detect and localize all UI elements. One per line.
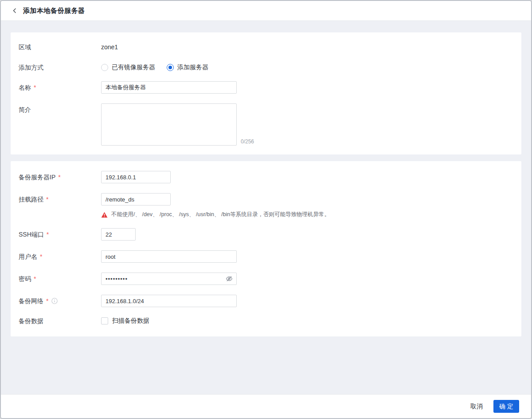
checkbox-unchecked-icon <box>101 317 108 324</box>
required-asterisk: * <box>46 297 48 305</box>
backup-data-row: 备份数据 扫描备份数据 <box>19 317 513 325</box>
backup-ip-label: 备份服务器IP* <box>19 171 101 181</box>
required-asterisk: * <box>34 83 36 91</box>
char-counter: 0/256 <box>241 138 254 146</box>
radio-unchecked-icon <box>101 64 108 71</box>
form-content: 区域 zone1 添加方式 已有镜像服务器 添加服务器 <box>1 21 531 394</box>
confirm-button[interactable]: 确 定 <box>493 400 519 413</box>
password-label: 密码* <box>19 273 101 283</box>
description-label: 简介 <box>19 103 101 114</box>
backup-network-row: 备份网络* <box>19 295 513 307</box>
server-config-card: 备份服务器IP* 挂载路径* 不能使用/、 /dev、 /proc、 /sys、… <box>11 161 521 336</box>
description-field: 0/256 <box>101 103 254 146</box>
add-mode-row: 添加方式 已有镜像服务器 添加服务器 <box>19 63 513 71</box>
chevron-left-icon <box>12 8 17 13</box>
password-field <box>101 273 237 285</box>
scan-backup-data-checkbox[interactable]: 扫描备份数据 <box>101 317 149 325</box>
name-label: 名称* <box>19 81 101 91</box>
add-mode-radio-group: 已有镜像服务器 添加服务器 <box>101 63 208 71</box>
mount-path-label: 挂载路径* <box>19 193 101 203</box>
username-input[interactable] <box>101 250 237 263</box>
backup-network-input[interactable] <box>101 295 237 307</box>
name-input[interactable] <box>101 81 237 94</box>
zone-value: zone1 <box>101 43 118 51</box>
backup-ip-input[interactable] <box>101 171 171 183</box>
required-asterisk: * <box>46 195 48 203</box>
password-input[interactable] <box>101 273 237 285</box>
required-asterisk: * <box>34 275 36 283</box>
basic-info-card: 区域 zone1 添加方式 已有镜像服务器 添加服务器 <box>11 32 521 154</box>
mount-path-input[interactable] <box>101 193 171 206</box>
username-label: 用户名* <box>19 250 101 261</box>
page-footer: 取消 确 定 <box>1 394 531 418</box>
cancel-button[interactable]: 取消 <box>470 403 483 411</box>
username-row: 用户名* <box>19 250 513 263</box>
radio-existing-image-server[interactable]: 已有镜像服务器 <box>101 63 155 71</box>
add-backup-server-page: 添加本地备份服务器 区域 zone1 添加方式 已有镜像服务器 <box>0 0 532 419</box>
description-row: 简介 0/256 <box>19 103 513 146</box>
backup-ip-row: 备份服务器IP* <box>19 171 513 183</box>
back-button[interactable] <box>11 7 19 15</box>
ssh-port-input[interactable] <box>101 228 136 241</box>
password-row: 密码* <box>19 273 513 285</box>
description-textarea[interactable] <box>101 103 237 146</box>
page-title: 添加本地备份服务器 <box>23 7 85 15</box>
required-asterisk: * <box>47 230 49 238</box>
page-header: 添加本地备份服务器 <box>1 1 531 21</box>
backup-network-label: 备份网络* <box>19 295 101 305</box>
name-row: 名称* <box>19 81 513 94</box>
warning-triangle-icon <box>101 212 108 218</box>
required-asterisk: * <box>40 253 42 261</box>
radio-add-server[interactable]: 添加服务器 <box>167 63 208 71</box>
warning-text: 不能使用/、 /dev、 /proc、 /sys、 /usr/bin、 /bin… <box>111 211 330 218</box>
mount-path-row: 挂载路径* 不能使用/、 /dev、 /proc、 /sys、 /usr/bin… <box>19 193 513 218</box>
mount-path-field: 不能使用/、 /dev、 /proc、 /sys、 /usr/bin、 /bin… <box>101 193 330 218</box>
zone-row: 区域 zone1 <box>19 43 513 51</box>
ssh-port-row: SSH端口* <box>19 228 513 241</box>
eye-off-icon[interactable] <box>226 275 233 282</box>
ssh-port-label: SSH端口* <box>19 228 101 238</box>
radio-checked-icon <box>167 64 174 71</box>
info-icon[interactable] <box>51 298 58 304</box>
required-asterisk: * <box>58 173 60 181</box>
backup-data-label: 备份数据 <box>19 317 101 325</box>
zone-label: 区域 <box>19 43 101 51</box>
add-mode-label: 添加方式 <box>19 63 101 71</box>
mount-path-warning: 不能使用/、 /dev、 /proc、 /sys、 /usr/bin、 /bin… <box>101 211 330 218</box>
